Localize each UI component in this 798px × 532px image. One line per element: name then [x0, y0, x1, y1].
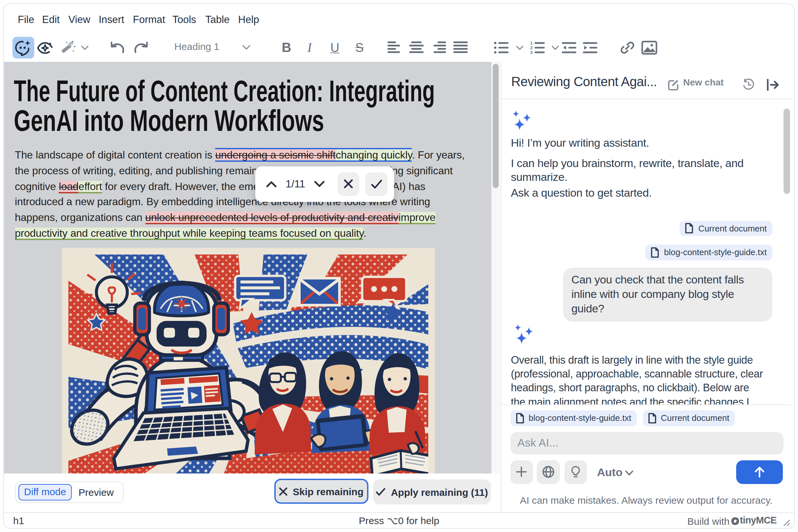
svg-text:2: 2: [530, 45, 532, 50]
svg-text:3: 3: [530, 50, 532, 54]
svg-text:1: 1: [530, 41, 532, 46]
